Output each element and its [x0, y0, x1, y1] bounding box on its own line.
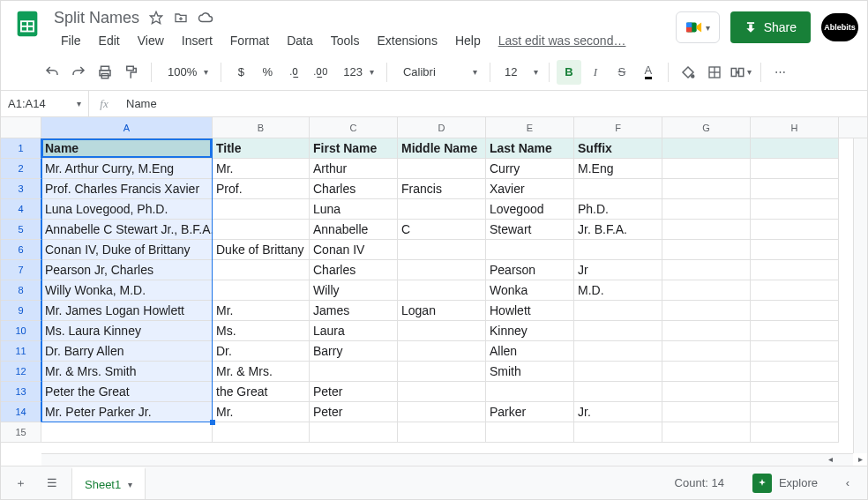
cell[interactable]: First Name — [310, 138, 398, 159]
cell[interactable] — [213, 422, 310, 443]
row-header[interactable]: 3 — [1, 179, 41, 199]
row-header[interactable]: 14 — [1, 402, 41, 422]
cell[interactable]: Lovegood — [486, 199, 574, 220]
cell[interactable]: Barry — [310, 341, 398, 362]
cell[interactable]: Duke of Brittany — [213, 240, 310, 260]
sheet-tab[interactable]: Sheet1 ▾ — [71, 467, 146, 501]
cell[interactable] — [213, 220, 310, 240]
selection-count[interactable]: Count: 14 — [675, 476, 724, 489]
redo-button[interactable] — [66, 60, 91, 85]
cell[interactable] — [398, 240, 486, 260]
ablebits-badge[interactable]: Ablebits — [821, 13, 858, 41]
fill-color-button[interactable] — [676, 60, 700, 85]
cell[interactable]: Middle Name — [398, 138, 486, 159]
cell[interactable]: Mr. — [213, 301, 310, 321]
cell[interactable] — [398, 159, 486, 179]
cell[interactable]: Name — [41, 138, 213, 159]
cell[interactable]: Howlett — [486, 301, 574, 321]
menu-edit[interactable]: Edit — [92, 31, 127, 50]
cell[interactable]: Xavier — [486, 179, 574, 199]
cell[interactable]: Mr. & Mrs. — [213, 362, 310, 382]
column-header-G[interactable]: G — [662, 117, 751, 138]
cell[interactable] — [398, 362, 486, 382]
cell[interactable] — [662, 280, 751, 301]
cell[interactable]: Charles — [310, 179, 398, 199]
cell[interactable] — [398, 402, 486, 422]
cell[interactable] — [751, 382, 839, 402]
strikethrough-button[interactable]: S — [610, 60, 634, 85]
cell[interactable]: Luna Lovegood, Ph.D. — [41, 199, 213, 220]
print-button[interactable] — [93, 60, 117, 85]
cell[interactable] — [398, 422, 486, 443]
cell[interactable] — [574, 362, 662, 382]
cell[interactable]: C — [398, 220, 486, 240]
cell[interactable] — [574, 240, 662, 260]
text-color-button[interactable]: A — [636, 60, 661, 85]
cell[interactable]: Peter the Great — [41, 382, 213, 402]
cell[interactable]: Logan — [398, 301, 486, 321]
cell[interactable] — [662, 402, 751, 422]
cell[interactable]: Mr. — [213, 159, 310, 179]
cell[interactable]: Willy — [310, 280, 398, 301]
row-header[interactable]: 6 — [1, 240, 41, 260]
menu-extensions[interactable]: Extensions — [370, 31, 444, 50]
cell[interactable] — [751, 301, 839, 321]
spreadsheet-grid[interactable]: ABCDEFGH 123456789101112131415 NameTitle… — [1, 117, 867, 467]
cell[interactable] — [751, 199, 839, 220]
font-size-dropdown[interactable]: 12▾ — [498, 65, 542, 78]
decrease-decimal-button[interactable]: .0̲ — [281, 60, 306, 85]
cell[interactable] — [662, 422, 751, 443]
cell[interactable]: Peter — [310, 382, 398, 402]
cell[interactable]: Conan IV — [310, 240, 398, 260]
cell[interactable] — [41, 422, 213, 443]
cell[interactable] — [398, 341, 486, 362]
cell[interactable]: Jr. B.F.A. — [574, 220, 662, 240]
cell[interactable] — [662, 362, 751, 382]
row-header[interactable]: 15 — [1, 422, 41, 443]
cell[interactable]: Prof. — [213, 179, 310, 199]
cell[interactable] — [398, 280, 486, 301]
cell[interactable]: Allen — [486, 341, 574, 362]
menu-format[interactable]: Format — [223, 31, 276, 50]
percent-button[interactable]: % — [255, 60, 280, 85]
add-sheet-button[interactable]: ＋ — [8, 471, 33, 496]
row-header[interactable]: 10 — [1, 321, 41, 341]
horizontal-scrollbar[interactable]: ◂ ▸ — [41, 453, 853, 466]
menu-data[interactable]: Data — [280, 31, 320, 50]
cloud-status-icon[interactable] — [198, 10, 213, 26]
cell[interactable]: Dr. — [213, 341, 310, 362]
document-title[interactable]: Split Names — [54, 9, 139, 27]
cell[interactable]: Pearson Jr, Charles — [41, 260, 213, 280]
cell[interactable] — [751, 402, 839, 422]
cell[interactable] — [574, 422, 662, 443]
cell[interactable]: Ms. Laura Kinney — [41, 321, 213, 341]
name-box[interactable]: A1:A14▾ — [1, 91, 89, 116]
cell[interactable]: Mr. — [213, 402, 310, 422]
cell[interactable]: Wonka — [486, 280, 574, 301]
menu-file[interactable]: File — [54, 31, 88, 50]
cell[interactable] — [486, 382, 574, 402]
cell[interactable]: Ms. — [213, 321, 310, 341]
cell[interactable]: Parker — [486, 402, 574, 422]
cell[interactable] — [751, 362, 839, 382]
cell[interactable] — [574, 301, 662, 321]
cell[interactable] — [574, 382, 662, 402]
row-header[interactable]: 5 — [1, 220, 41, 240]
cell[interactable]: James — [310, 301, 398, 321]
cell[interactable]: M.Eng — [574, 159, 662, 179]
cell[interactable]: Laura — [310, 321, 398, 341]
column-header-B[interactable]: B — [213, 117, 310, 138]
row-header[interactable]: 11 — [1, 341, 41, 362]
select-all-corner[interactable] — [1, 117, 41, 138]
explore-button[interactable]: Explore — [742, 468, 828, 498]
meet-button[interactable]: ▾ — [676, 11, 720, 43]
collapse-side-panel-button[interactable]: ‹ — [835, 471, 860, 496]
cell[interactable]: Francis — [398, 179, 486, 199]
cell[interactable]: Mr. Peter Parker Jr. — [41, 402, 213, 422]
cell[interactable] — [574, 321, 662, 341]
cell[interactable]: Jr. — [574, 402, 662, 422]
cell[interactable]: Smith — [486, 362, 574, 382]
column-header-F[interactable]: F — [574, 117, 662, 138]
menu-help[interactable]: Help — [448, 31, 488, 50]
bold-button[interactable]: B — [557, 60, 581, 85]
